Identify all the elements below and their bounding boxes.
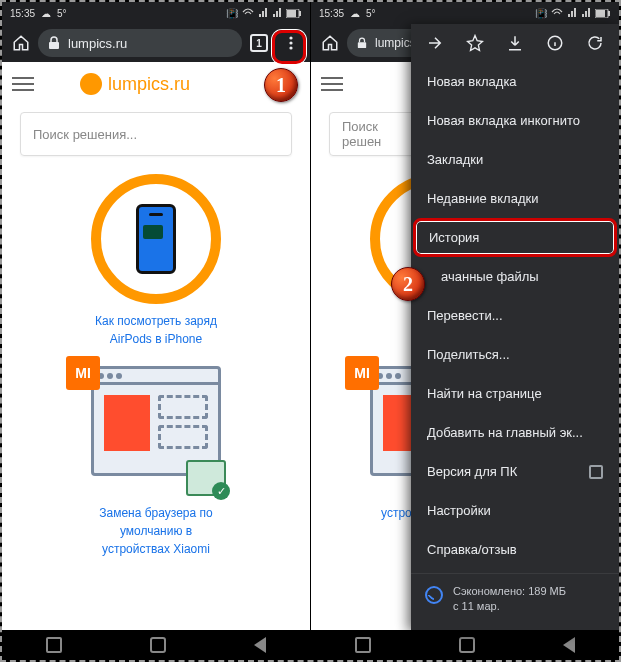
article2-title-line3[interactable]: устройствах Xiaomi: [22, 540, 290, 558]
address-bar[interactable]: lumpics.ru: [38, 29, 242, 57]
search-placeholder: Поиск решения...: [33, 127, 137, 142]
vibrate-icon: 📳: [535, 8, 547, 19]
mi-badge-icon: MI: [345, 356, 379, 390]
lock-icon: [357, 37, 367, 49]
logo-text: lumpics.ru: [108, 74, 190, 95]
svg-rect-1: [287, 10, 296, 17]
status-weather-icon: ☁: [350, 8, 360, 19]
article1-title-line1[interactable]: Как посмотреть заряд: [22, 312, 290, 330]
svg-rect-10: [358, 42, 366, 48]
url-host: lumpics.ru: [68, 36, 127, 51]
menu-item-list: Новая вкладка Новая вкладка инкогнито За…: [411, 62, 619, 630]
menu-item-add-homescreen[interactable]: Добавить на главный эк...: [411, 413, 619, 452]
check-badge-icon: [186, 460, 226, 496]
signal-icon: [258, 8, 268, 18]
status-temp: 5°: [57, 8, 67, 19]
tab-count: 1: [250, 34, 268, 52]
status-time: 15:35: [10, 8, 35, 19]
page-content: lumpics.ru Поиск решения... Как посмотре…: [2, 62, 310, 630]
nav-back-button[interactable]: [563, 637, 575, 653]
menu-data-saved[interactable]: Сэкономлено: 189 МБ с 11 мар.: [411, 573, 619, 625]
logo-orange-icon: [80, 73, 102, 95]
home-button[interactable]: [315, 28, 345, 58]
browser-toolbar: lumpics.ru 1: [2, 24, 310, 62]
menu-toolbar: [411, 24, 619, 62]
article2-title-line1[interactable]: Замена браузера по: [22, 504, 290, 522]
nav-home-button[interactable]: [459, 637, 475, 653]
article-card-1[interactable]: Как посмотреть заряд AirPods в iPhone: [22, 174, 290, 348]
mi-badge-icon: MI: [66, 356, 100, 390]
menu-bookmark-button[interactable]: [460, 28, 490, 58]
menu-item-find[interactable]: Найти на странице: [411, 374, 619, 413]
callout-marker-2: 2: [391, 267, 425, 301]
menu-forward-button[interactable]: [420, 28, 450, 58]
home-button[interactable]: [6, 28, 36, 58]
article1-title-line2[interactable]: AirPods в iPhone: [22, 330, 290, 348]
search-placeholder: Поиск решен: [342, 119, 406, 149]
tabs-button[interactable]: 1: [244, 28, 274, 58]
menu-item-bookmarks[interactable]: Закладки: [411, 140, 619, 179]
battery-icon: [286, 9, 302, 18]
menu-item-desktop-site[interactable]: Версия для ПК: [411, 452, 619, 491]
url-host: lumpics: [375, 36, 416, 50]
menu-item-new-tab[interactable]: Новая вкладка: [411, 62, 619, 101]
status-weather-icon: ☁: [41, 8, 51, 19]
signal-icon: [567, 8, 577, 18]
phone-right: 15:35 ☁ 5° 📳 lumpics: [311, 2, 619, 660]
signal-icon: [581, 8, 591, 18]
menu-item-help[interactable]: Справка/отзыв: [411, 530, 619, 569]
data-saver-icon: [425, 586, 443, 604]
menu-item-recent-tabs[interactable]: Недавние вкладки: [411, 179, 619, 218]
saved-amount: Сэкономлено: 189 МБ: [453, 584, 566, 599]
wifi-icon: [242, 8, 254, 18]
desktop-site-checkbox[interactable]: [589, 465, 603, 479]
svg-rect-8: [596, 10, 605, 17]
site-search-input[interactable]: Поиск решен: [329, 112, 419, 156]
menu-item-history[interactable]: История: [413, 218, 617, 257]
menu-item-incognito[interactable]: Новая вкладка инкогнито: [411, 101, 619, 140]
vibrate-icon: 📳: [226, 8, 238, 19]
menu-info-button[interactable]: [540, 28, 570, 58]
svg-rect-3: [49, 42, 59, 49]
menu-item-settings[interactable]: Настройки: [411, 491, 619, 530]
menu-download-button[interactable]: [500, 28, 530, 58]
comparison-stage: 15:35 ☁ 5° 📳 lumpics.ru 1: [0, 0, 621, 662]
saved-since: с 11 мар.: [453, 599, 566, 614]
site-search-input[interactable]: Поиск решения...: [20, 112, 292, 156]
menu-item-translate[interactable]: Перевести...: [411, 296, 619, 335]
site-logo[interactable]: lumpics.ru: [80, 73, 190, 95]
callout-marker-1: 1: [264, 68, 298, 102]
status-time: 15:35: [319, 8, 344, 19]
signal-icon: [272, 8, 282, 18]
nav-back-button[interactable]: [254, 637, 266, 653]
status-bar: 15:35 ☁ 5° 📳: [311, 2, 619, 24]
browser-overflow-menu: Новая вкладка Новая вкладка инкогнито За…: [411, 24, 619, 630]
android-nav-bar: [311, 630, 619, 660]
android-nav-bar: [2, 630, 310, 660]
article2-title-line2[interactable]: умолчанию в: [22, 522, 290, 540]
battery-icon: [595, 9, 611, 18]
menu-item-downloads[interactable]: ачанные файлы: [411, 257, 619, 296]
menu-item-share[interactable]: Поделиться...: [411, 335, 619, 374]
nav-recents-button[interactable]: [355, 637, 371, 653]
lock-icon: [48, 36, 60, 50]
article-card-2[interactable]: MI Замена браузера по умолчанию в устрой…: [22, 366, 290, 558]
site-menu-button[interactable]: [12, 70, 40, 98]
svg-rect-9: [608, 11, 610, 16]
phone-left: 15:35 ☁ 5° 📳 lumpics.ru 1: [2, 2, 310, 660]
site-menu-button[interactable]: [321, 70, 349, 98]
nav-recents-button[interactable]: [46, 637, 62, 653]
nav-home-button[interactable]: [150, 637, 166, 653]
wifi-icon: [551, 8, 563, 18]
airpods-phone-icon: [136, 204, 176, 274]
status-temp: 5°: [366, 8, 376, 19]
status-bar: 15:35 ☁ 5° 📳: [2, 2, 310, 24]
highlight-ring-menu-button: [272, 30, 306, 64]
menu-reload-button[interactable]: [580, 28, 610, 58]
svg-rect-2: [299, 11, 301, 16]
